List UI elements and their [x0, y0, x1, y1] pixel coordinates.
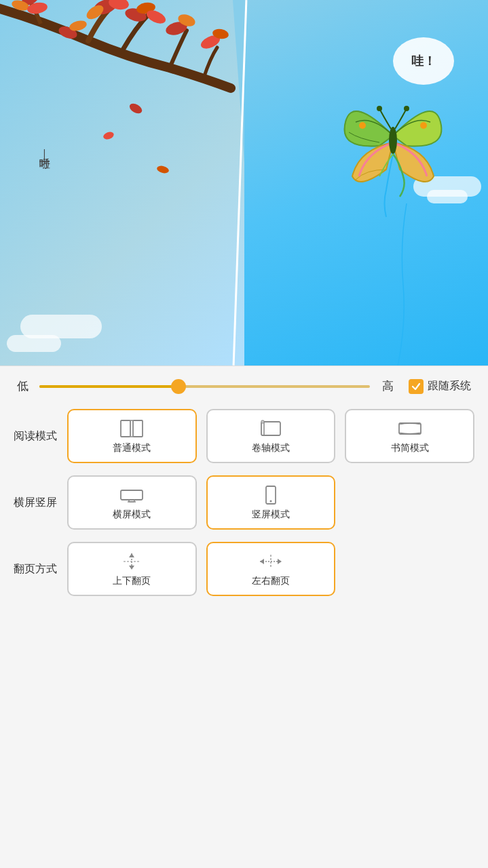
butterfly-kite — [339, 81, 447, 217]
svg-marker-41 — [260, 559, 264, 564]
svg-rect-23 — [121, 420, 130, 437]
normal-mode-label: 普通模式 — [113, 442, 151, 454]
svg-point-35 — [270, 500, 272, 502]
horizontal-flip-icon — [259, 552, 283, 571]
svg-point-15 — [128, 102, 143, 115]
brightness-row: 低 高 跟随系统 — [14, 378, 474, 394]
vertical-flip-btn[interactable]: 上下翻页 — [67, 542, 197, 596]
screen-mode-title: 横屏竖屏 — [14, 496, 58, 510]
reading-mode-scroll-btn[interactable]: 卷轴模式 — [206, 409, 336, 463]
brightness-high-label: 高 — [382, 378, 399, 394]
svg-rect-30 — [399, 423, 421, 434]
svg-rect-24 — [133, 420, 143, 437]
horizontal-flip-label: 左右翻页 — [252, 575, 290, 587]
portrait-icon — [259, 486, 283, 505]
page-turn-row: 翻页方式 上下翻页 — [14, 542, 474, 596]
svg-point-19 — [420, 122, 427, 129]
tree-branch — [0, 0, 231, 136]
kite-string — [390, 203, 424, 366]
slider-thumb[interactable] — [171, 379, 186, 394]
landscape-mode-btn[interactable]: 横屏模式 — [67, 475, 197, 530]
landscape-label: 横屏模式 — [113, 509, 151, 521]
scroll-mode-label: 卷轴模式 — [252, 442, 290, 454]
app-container: 呼啦—| 哇！ — [0, 0, 488, 868]
book-mode-icon — [398, 419, 422, 438]
follow-system-label: 跟随系统 — [428, 379, 471, 393]
brightness-low-label: 低 — [17, 378, 34, 394]
reading-mode-title: 阅读模式 — [14, 429, 58, 443]
horizontal-flip-btn[interactable]: 左右翻页 — [206, 542, 336, 596]
svg-marker-38 — [129, 566, 134, 570]
vertical-flip-label: 上下翻页 — [113, 575, 151, 587]
svg-marker-42 — [278, 559, 282, 564]
reading-mode-row: 阅读模式 普通模式 — [14, 409, 474, 463]
comic-display: 呼啦—| 哇！ — [0, 0, 488, 366]
svg-point-22 — [404, 106, 409, 111]
brightness-slider[interactable] — [39, 385, 370, 388]
scroll-mode-icon — [259, 419, 283, 438]
portrait-mode-btn[interactable]: 竖屏模式 — [206, 475, 336, 530]
book-mode-label: 书简模式 — [391, 442, 429, 454]
checkbox-icon[interactable] — [409, 379, 424, 394]
svg-marker-37 — [129, 553, 134, 557]
portrait-label: 竖屏模式 — [252, 509, 290, 521]
screen-mode-row: 横屏竖屏 横屏模式 — [14, 475, 474, 530]
svg-rect-31 — [121, 490, 143, 500]
page-turn-title: 翻页方式 — [14, 562, 58, 576]
cloud-left2 — [7, 335, 61, 352]
settings-panel: 低 高 跟随系统 阅读模式 — [0, 366, 488, 868]
svg-point-18 — [359, 122, 366, 129]
reading-mode-book-btn[interactable]: 书简模式 — [345, 409, 474, 463]
svg-point-21 — [377, 106, 382, 111]
normal-mode-icon — [119, 419, 144, 438]
landscape-icon — [119, 486, 144, 505]
reading-mode-normal-btn[interactable]: 普通模式 — [67, 409, 197, 463]
sound-effect-text: 呼啦—| — [37, 149, 52, 163]
speech-bubble: 哇！ — [393, 37, 454, 85]
slider-track-filled — [39, 385, 179, 388]
check-icon — [411, 382, 421, 391]
follow-system-toggle[interactable]: 跟随系统 — [409, 379, 471, 394]
vertical-flip-icon — [119, 552, 144, 571]
svg-rect-29 — [261, 420, 264, 423]
svg-point-20 — [389, 127, 397, 154]
